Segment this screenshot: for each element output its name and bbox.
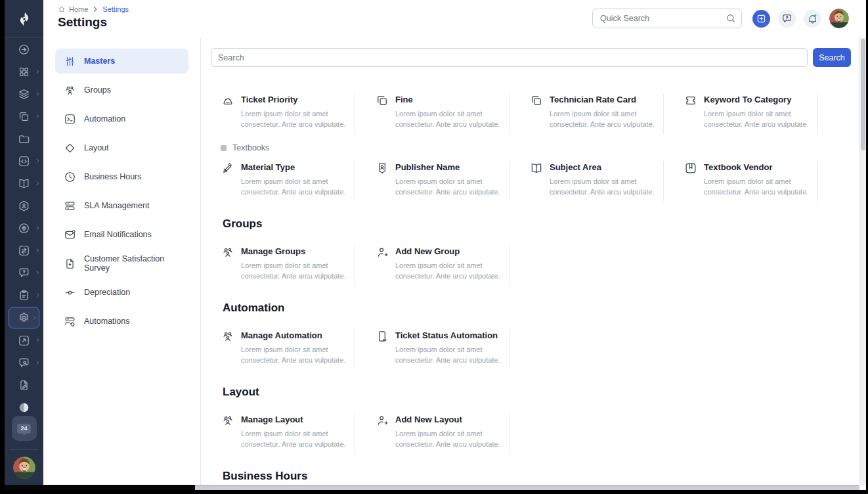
card-material-type[interactable]: Material TypeLorem ipsum dolor sit amet …: [201, 161, 355, 202]
chevron-right-icon: [35, 69, 41, 75]
badge-count-label: 24: [20, 425, 27, 432]
topbar-actions: [592, 9, 849, 28]
card-description: Lorem ipsum dolor sit amet consectetur. …: [395, 260, 509, 282]
breadcrumb-home[interactable]: Home: [69, 5, 88, 13]
cards-row: Ticket PriorityLorem ipsum dolor sit ame…: [201, 93, 859, 134]
settings-nav-item-masters[interactable]: Masters: [55, 49, 188, 74]
count-badge[interactable]: 24: [12, 416, 37, 441]
users-icon: [221, 414, 234, 427]
copy-pages-icon: [18, 110, 30, 123]
page-title: Settings: [58, 15, 107, 30]
notifications-button[interactable]: [804, 10, 821, 28]
settings-nav-item-customer-satisfaction-survey[interactable]: Customer Satisfaction Survey: [55, 251, 188, 276]
search-input[interactable]: [211, 48, 808, 67]
rail-item-clipboard[interactable]: [5, 284, 43, 306]
card-manage-layout[interactable]: Manage LayoutLorem ipsum dolor sit amet …: [201, 413, 355, 454]
settings-nav-label: Depreciation: [84, 288, 130, 297]
rail-item-code-square[interactable]: [5, 150, 43, 172]
card-textbook-vendor[interactable]: Textbook VendorLorem ipsum dolor sit ame…: [664, 161, 818, 202]
horizontal-scrollbar[interactable]: [195, 485, 859, 490]
rail-item-hexagon-user[interactable]: [5, 194, 43, 217]
vertical-scrollbar-thumb[interactable]: [861, 39, 865, 150]
rail-item-book-open[interactable]: [5, 172, 43, 194]
vertical-scrollbar[interactable]: [859, 37, 866, 485]
card-description: Lorem ipsum dolor sit amet consectetur. …: [241, 344, 355, 366]
chevron-right-icon: [35, 360, 41, 366]
file-pen-icon: [18, 379, 30, 392]
section-heading-layout: Layout: [223, 386, 859, 399]
user-avatar[interactable]: [829, 9, 849, 28]
settings-nav-label: Automations: [84, 317, 129, 326]
badge-user-icon: [376, 162, 389, 175]
bag-minus-icon: [221, 94, 234, 107]
ticket-icon: [684, 94, 697, 107]
card-title: Textbook Vendor: [704, 161, 817, 173]
card-manage-groups[interactable]: Manage GroupsLorem ipsum dolor sit amet …: [201, 245, 355, 286]
cards-row: Manage AutomationLorem ipsum dolor sit a…: [201, 329, 859, 370]
card-title: Material Type: [241, 161, 355, 173]
sidebar-avatar[interactable]: [13, 457, 35, 479]
rail-item-layers[interactable]: [5, 83, 43, 105]
chevron-right-icon: [35, 338, 41, 344]
rail-item-contrast[interactable]: [5, 396, 43, 418]
rail-item-gear[interactable]: [9, 307, 39, 328]
rail-item-location-circle[interactable]: [5, 217, 43, 239]
card-keyword-to-category[interactable]: Keyword To CategoryLorem ipsum dolor sit…: [664, 93, 818, 134]
rail-item-folder[interactable]: [5, 127, 43, 150]
card-add-new-layout[interactable]: Add New LayoutLorem ipsum dolor sit amet…: [355, 413, 510, 454]
rail-item-file-pen[interactable]: [5, 374, 43, 396]
card-technician-rate-card[interactable]: Technician Rate CardLorem ipsum dolor si…: [510, 93, 664, 134]
slider-node-icon: [64, 286, 76, 299]
main-sidebar: 24: [5, 0, 43, 485]
card-title: Ticket Status Automation: [395, 329, 509, 341]
help-button[interactable]: [778, 10, 796, 28]
mail-dot-icon: [64, 229, 76, 241]
cards-row: Material TypeLorem ipsum dolor sit amet …: [201, 161, 859, 202]
avatar-image-icon: [829, 9, 849, 28]
card-publisher-name[interactable]: Publisher NameLorem ipsum dolor sit amet…: [355, 161, 510, 202]
home-icon: [58, 5, 66, 13]
book-open-icon: [530, 162, 543, 175]
settings-nav-item-groups[interactable]: Groups: [55, 78, 188, 102]
card-add-new-group[interactable]: Add New GroupLorem ipsum dolor sit amet …: [355, 245, 510, 286]
card-ticket-priority[interactable]: Ticket PriorityLorem ipsum dolor sit ame…: [201, 93, 355, 134]
rail-item-apps-grid[interactable]: [5, 60, 43, 83]
rail-item-chat-question[interactable]: [5, 261, 43, 284]
chevron-right-icon: [35, 181, 41, 187]
bell-icon: [807, 13, 818, 24]
rail-item-arrow-circle-right[interactable]: [5, 38, 43, 60]
card-fine[interactable]: FineLorem ipsum dolor sit amet consectet…: [355, 93, 510, 134]
settings-nav-item-layout[interactable]: Layout: [55, 135, 188, 160]
quick-search-input[interactable]: [593, 9, 741, 28]
rail-item-external-link-square[interactable]: [5, 329, 43, 351]
search-button[interactable]: Search: [813, 48, 851, 67]
settings-nav-item-email-notifications[interactable]: Email Notifications: [55, 222, 188, 247]
clock-icon: [64, 171, 76, 183]
card-ticket-status-automation[interactable]: Ticket Status AutomationLorem ipsum dolo…: [355, 329, 510, 370]
app-logo[interactable]: [5, 0, 43, 38]
plus-square-icon: [756, 13, 767, 24]
rail-item-copy-pages[interactable]: [5, 105, 43, 127]
user-plus-icon: [376, 414, 389, 427]
user-plus-icon: [376, 246, 389, 259]
chevron-right-icon: [32, 315, 37, 321]
chevron-right-icon: [35, 225, 41, 231]
card-description: Lorem ipsum dolor sit amet consectetur. …: [704, 108, 817, 130]
add-new-button[interactable]: [752, 10, 770, 28]
card-description: Lorem ipsum dolor sit amet consectetur. …: [395, 344, 509, 366]
rail-item-swap-square[interactable]: [5, 239, 43, 261]
card-subject-area[interactable]: Subject AreaLorem ipsum dolor sit amet c…: [510, 161, 664, 202]
settings-nav-item-depreciation[interactable]: Depreciation: [55, 280, 188, 305]
settings-nav-label: SLA Management: [84, 201, 149, 210]
chat-question-icon: [18, 267, 30, 279]
breadcrumb-current[interactable]: Settings: [102, 5, 129, 13]
settings-nav-item-sla-management[interactable]: SLA Management: [55, 193, 188, 218]
rail-item-chat-search[interactable]: [5, 351, 43, 374]
settings-nav-item-automation[interactable]: Automation: [55, 106, 188, 131]
settings-nav-item-automations[interactable]: Automations: [55, 309, 188, 334]
settings-nav-label: Business Hours: [84, 172, 142, 181]
card-manage-automation[interactable]: Manage AutomationLorem ipsum dolor sit a…: [201, 329, 355, 370]
settings-nav-label: Email Notifications: [84, 230, 152, 239]
terminal-square-icon: [64, 113, 76, 125]
settings-nav-item-business-hours[interactable]: Business Hours: [55, 164, 188, 189]
